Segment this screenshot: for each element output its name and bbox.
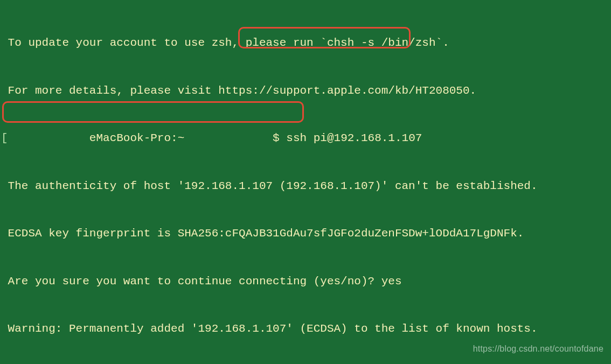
redacted-username — [191, 130, 273, 146]
redacted-username — [8, 130, 89, 146]
terminal-line: For more details, please visit https://s… — [1, 83, 611, 99]
terminal-line: The authenticity of host '192.168.1.107 … — [1, 178, 611, 194]
terminal-window[interactable]: To update your account to use zsh, pleas… — [0, 0, 611, 364]
bracket-glyph: [ — [1, 132, 8, 144]
terminal-line: Warning: Permanently added '192.168.1.10… — [1, 321, 611, 337]
terminal-line: Are you sure you want to continue connec… — [1, 274, 611, 290]
terminal-line: To update your account to use zsh, pleas… — [1, 35, 611, 51]
terminal-line: ECDSA key fingerprint is SHA256:cFQAJB31… — [1, 226, 611, 242]
annotation-box — [2, 101, 304, 123]
ssh-command: $ ssh pi@192.168.1.107 — [273, 132, 422, 144]
terminal-line: [ eMacBook-Pro:~ $ ssh pi@192.168.1.107 — [1, 130, 611, 146]
hostname-fragment: eMacBook-Pro:~ — [89, 132, 191, 144]
watermark-text: https://blog.csdn.net/countofdane — [473, 341, 603, 357]
